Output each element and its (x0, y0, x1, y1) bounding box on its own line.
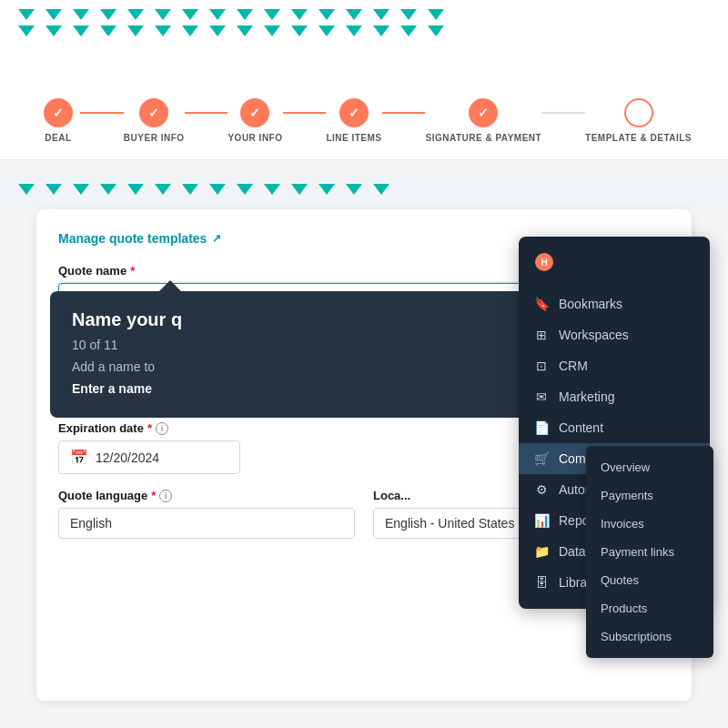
nav-item-content[interactable]: 📄 Content (519, 412, 710, 443)
step-deal-label: DEAL (45, 133, 71, 143)
sub-menu-item-products[interactable]: Products (586, 594, 713, 622)
step-your-info-circle: ✓ (240, 98, 269, 127)
triangle-row-1 (18, 9, 710, 20)
step-deal-circle: ✓ (44, 98, 73, 127)
reporting-icon: 📊 (533, 513, 550, 528)
triangle (428, 9, 444, 20)
sub-menu-item-quotes[interactable]: Quotes (586, 566, 713, 594)
quote-language-input[interactable] (58, 508, 355, 539)
triangle (291, 184, 308, 195)
triangle (46, 184, 62, 195)
step-your-info-label: YOUR INFO (228, 133, 282, 143)
library-icon: 🗄 (533, 575, 550, 590)
commerce-sub-menu: Overview Payments Invoices Payment links… (586, 446, 713, 658)
triangle (318, 25, 335, 36)
step-line-1 (80, 112, 124, 114)
triangle (46, 9, 62, 20)
step-line-items: ✓ LINE ITEMS (326, 98, 381, 143)
triangle (127, 25, 144, 36)
triangle (400, 9, 417, 20)
triangle (264, 9, 280, 20)
date-value: 12/20/2024 (96, 450, 159, 465)
step-line-2 (185, 112, 228, 114)
nav-label-marketing: Marketing (559, 389, 614, 404)
triangle (318, 184, 335, 195)
nav-label-content: Content (559, 420, 603, 435)
bookmarks-icon: 🔖 (533, 297, 550, 311)
triangle (182, 25, 198, 36)
sub-menu-item-invoices[interactable]: Invoices (586, 510, 713, 538)
nav-label-workspaces: Workspaces (559, 328, 629, 342)
quote-language-label: Quote language * i (58, 489, 355, 502)
triangle (127, 9, 144, 20)
step-buyer-info: ✓ BUYER INFO (124, 98, 185, 143)
triangle-row-2 (18, 25, 710, 36)
triangle (100, 9, 116, 20)
nav-label-crm: CRM (559, 359, 588, 373)
step-line-5 (541, 112, 585, 114)
marketing-icon: ✉ (533, 389, 550, 404)
step-signature-payment-label: SIGNATURE & PAYMENT (425, 133, 541, 143)
triangle (73, 9, 89, 20)
data-management-icon: 📁 (533, 544, 550, 559)
triangle (100, 25, 116, 36)
step-buyer-info-label: BUYER INFO (124, 133, 185, 143)
calendar-icon: 📅 (70, 449, 88, 466)
step-line-3 (283, 112, 327, 114)
step-line-4 (382, 112, 426, 114)
triangle (428, 25, 444, 36)
step-line-items-label: LINE ITEMS (326, 133, 381, 143)
triangle (209, 184, 226, 195)
expiration-info-icon[interactable]: i (156, 422, 168, 435)
automation-icon: ⚙ (533, 482, 550, 497)
triangle (155, 25, 171, 36)
step-template-details: TEMPLATE & DETAILS (585, 98, 692, 143)
decorative-triangles-top (0, 0, 728, 82)
step-line-items-circle: ✓ (339, 98, 369, 127)
triangle (18, 9, 35, 20)
sub-menu-item-payments[interactable]: Payments (586, 481, 713, 510)
triangle (100, 184, 116, 195)
step-deal: ✓ DEAL (36, 98, 80, 143)
triangle (264, 25, 280, 36)
triangle (182, 9, 198, 20)
sub-menu-item-payment-links[interactable]: Payment links (586, 538, 713, 566)
date-input[interactable]: 📅 12/20/2024 (58, 440, 240, 474)
triangle (237, 9, 253, 20)
triangle (155, 9, 171, 20)
triangle (237, 184, 253, 195)
triangle (373, 184, 389, 195)
nav-item-bookmarks[interactable]: 🔖 Bookmarks (519, 288, 710, 319)
step-template-details-circle (624, 98, 653, 127)
step-buyer-info-circle: ✓ (139, 98, 168, 127)
triangle (264, 184, 280, 195)
external-link-icon: ↗ (212, 232, 221, 245)
triangle (209, 9, 226, 20)
triangle (182, 184, 198, 195)
hubspot-logo: H (519, 248, 710, 288)
nav-item-crm[interactable]: ⊡ CRM (519, 350, 710, 381)
triangle (155, 184, 171, 195)
step-your-info: ✓ YOUR INFO (228, 98, 282, 143)
nav-item-workspaces[interactable]: ⊞ Workspaces (519, 319, 710, 350)
triangle (346, 25, 362, 36)
triangle (73, 25, 89, 36)
sub-menu-item-overview[interactable]: Overview (586, 453, 713, 481)
content-icon: 📄 (533, 420, 550, 435)
quote-language-group: Quote language * i (58, 489, 355, 539)
sub-menu-item-subscriptions[interactable]: Subscriptions (586, 622, 713, 651)
nav-label-bookmarks: Bookmarks (559, 297, 622, 311)
triangle (373, 9, 389, 20)
svg-text:H: H (541, 258, 547, 268)
required-marker-exp: * (147, 421, 152, 435)
triangle (400, 25, 417, 36)
triangle (237, 25, 253, 36)
step-template-details-label: TEMPLATE & DETAILS (585, 133, 692, 143)
nav-item-marketing[interactable]: ✉ Marketing (519, 381, 710, 412)
required-marker: * (130, 264, 135, 278)
language-info-icon[interactable]: i (159, 490, 172, 502)
workspaces-icon: ⊞ (533, 328, 550, 342)
manage-templates-label: Manage quote templates (58, 231, 207, 246)
triangle (346, 9, 362, 20)
triangle (373, 25, 389, 36)
